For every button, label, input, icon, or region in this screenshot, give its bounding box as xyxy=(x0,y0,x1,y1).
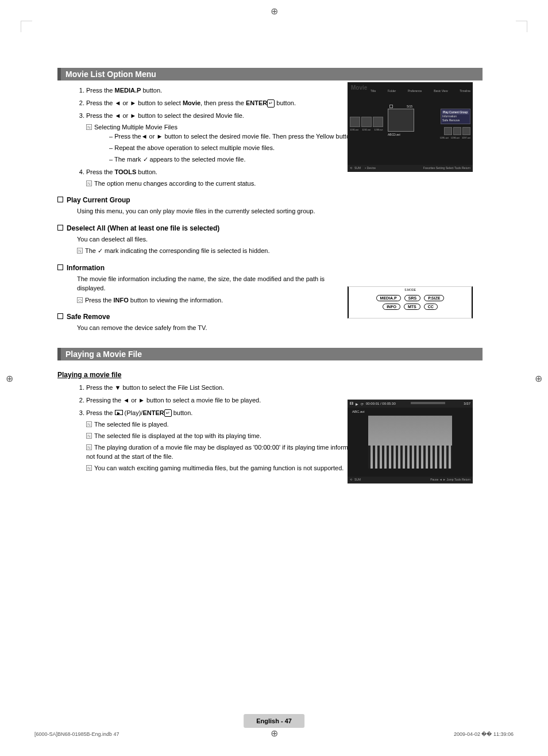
subhead-play-current-group: Play Current Group xyxy=(57,196,483,204)
note-icon: N xyxy=(86,181,92,186)
thumb xyxy=(361,117,372,127)
figure-remote-buttons: S.MODE MEDIA.P SRS P.SIZE INFO MTS CC xyxy=(348,286,473,318)
reel-icon: 🎞 xyxy=(350,402,353,405)
timestamp: 2009-04-02 �� 11:39:06 xyxy=(454,731,514,737)
option-menu: Play Current Group Information Safe Remo… xyxy=(441,109,470,124)
registration-mark-icon: ⊕ xyxy=(6,373,13,383)
note-icon: N xyxy=(86,433,92,439)
section-title-movie-list-option: Movie List Option Menu xyxy=(57,68,483,80)
subhead-safe-remove: Safe Remove xyxy=(57,313,345,321)
registration-mark-icon: ⊕ xyxy=(271,6,278,17)
remote-button: CC xyxy=(424,304,438,310)
page-footer: English - 47 xyxy=(244,714,304,728)
check-icon: ✓ xyxy=(98,247,103,254)
indd-filename: [6000-SA]BN68-01985B-Eng.indb 47 xyxy=(34,731,119,737)
page: ⊕ ⊕ ⊕ ⊕ Movie List Option Menu Press the… xyxy=(0,0,548,756)
progress-bar xyxy=(411,402,445,404)
enter-icon: ↵ xyxy=(164,409,172,417)
enter-icon: ↵ xyxy=(267,99,275,108)
crop-mark xyxy=(21,21,32,32)
thumb xyxy=(373,117,383,127)
note-icon: N xyxy=(86,124,92,130)
registration-mark-icon: ⊕ xyxy=(271,728,278,739)
remote-button: MEDIA.P xyxy=(376,295,401,301)
note-icon: N xyxy=(77,248,83,254)
registration-mark-icon: ⊕ xyxy=(535,373,542,383)
remote-button: P.SIZE xyxy=(424,295,444,301)
selected-thumb: 5/15 xyxy=(388,109,414,132)
play-step-3: Press the ▶ (Play)/ENTER↵ button. NThe s… xyxy=(86,409,373,473)
play-step-2: Pressing the ◄ or ► button to select a m… xyxy=(86,396,373,405)
steps-list-2: Press the ▼ button to select the File Li… xyxy=(86,383,373,473)
note-icon: N xyxy=(86,444,92,450)
note-icon: N xyxy=(86,465,92,471)
crop-mark xyxy=(516,21,527,32)
play-step-1: Press the ▼ button to select the File Li… xyxy=(86,383,373,393)
subhead-deselect-all: Deselect All (When at least one file is … xyxy=(57,224,483,232)
check-icon: ✓ xyxy=(143,156,148,163)
bullet-icon xyxy=(57,313,63,319)
thumb xyxy=(350,117,360,127)
movie-frame xyxy=(368,416,452,469)
remote-button: MTS xyxy=(404,304,420,310)
play-icon: ▶ xyxy=(115,410,123,415)
remote-button: INFO xyxy=(383,304,400,310)
remote-button: SRS xyxy=(404,295,420,301)
figure-movie-playback-screenshot: 🎞 ▶ ⟳ 00:00:01 / 00:05:30 3/37 ABC.avi ⟲… xyxy=(348,400,473,483)
subsection-playing-movie-file: Playing a movie file xyxy=(57,371,483,379)
bullet-icon xyxy=(57,264,63,270)
figure-movie-list-screenshot: Movie Title Folder Preference Basic View… xyxy=(348,82,473,172)
note-icon: N xyxy=(86,421,92,427)
repeat-icon: ⟳ xyxy=(361,402,364,406)
play-icon: ▶ xyxy=(356,402,358,406)
subhead-information: Information xyxy=(57,264,345,272)
bullet-icon xyxy=(57,225,63,231)
section-title-playing-movie: Playing a Movie File xyxy=(57,348,483,360)
bullet-icon xyxy=(57,197,63,202)
info-key-icon: O xyxy=(77,297,83,303)
